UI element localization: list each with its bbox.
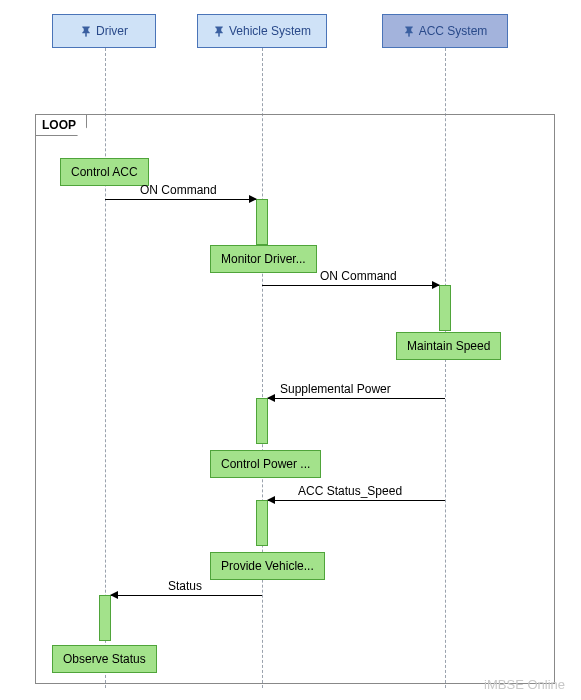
execution-bar [99,595,111,641]
message-label: Status [168,579,202,593]
arrowhead-icon [249,195,257,203]
arrowhead-icon [432,281,440,289]
activity-maintain-speed[interactable]: Maintain Speed [396,332,501,360]
lifeline-label: ACC System [419,24,488,38]
frame-tag: LOOP [36,115,87,136]
arrowhead-icon [267,496,275,504]
activity-provide-vehicle[interactable]: Provide Vehicle... [210,552,325,580]
message-label: ON Command [320,269,397,283]
activity-control-power[interactable]: Control Power ... [210,450,321,478]
pin-icon [80,25,92,37]
activity-control-acc[interactable]: Control ACC [60,158,149,186]
lifeline-label: Driver [96,24,128,38]
message-label: ON Command [140,183,217,197]
execution-bar [439,285,451,331]
message-arrow[interactable]: ON Command [105,199,256,200]
message-label: ACC Status_Speed [298,484,402,498]
pin-icon [213,25,225,37]
watermark: iMBSE Online [484,677,565,692]
arrowhead-icon [267,394,275,402]
message-arrow[interactable]: Status [111,595,262,596]
lifeline-head-acc[interactable]: ACC System [382,14,508,48]
sequence-diagram: DriverVehicle SystemACC System LOOP Cont… [0,0,581,700]
execution-bar [256,199,268,245]
activity-monitor-driver[interactable]: Monitor Driver... [210,245,317,273]
arrowhead-icon [110,591,118,599]
message-arrow[interactable]: Supplemental Power [268,398,445,399]
lifeline-head-driver[interactable]: Driver [52,14,156,48]
message-arrow[interactable]: ACC Status_Speed [268,500,445,501]
pin-icon [403,25,415,37]
lifeline-label: Vehicle System [229,24,311,38]
message-arrow[interactable]: ON Command [262,285,439,286]
lifeline-head-vehicle[interactable]: Vehicle System [197,14,327,48]
execution-bar [256,500,268,546]
message-label: Supplemental Power [280,382,391,396]
execution-bar [256,398,268,444]
activity-observe-status[interactable]: Observe Status [52,645,157,673]
